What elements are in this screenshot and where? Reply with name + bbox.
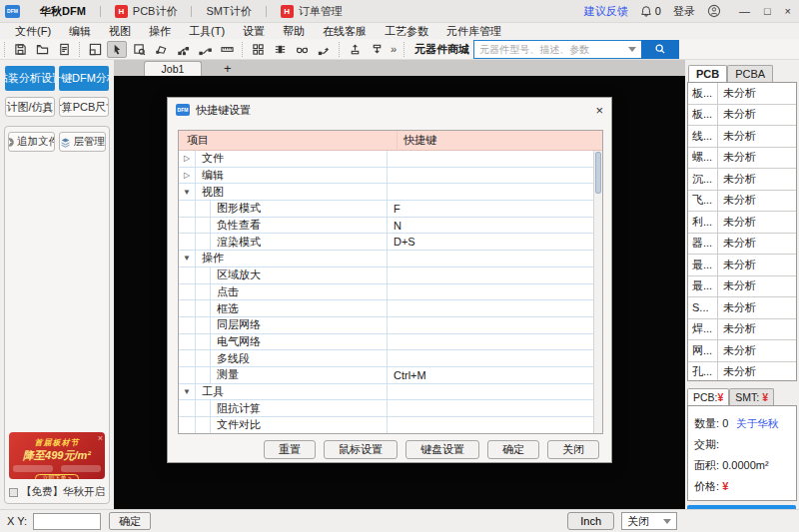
- minimize-button[interactable]: —: [739, 5, 750, 17]
- mouse-settings-button[interactable]: 鼠标设置: [324, 440, 398, 459]
- table-row[interactable]: 飞...未分析: [688, 191, 796, 213]
- table-row[interactable]: 最...未分析: [688, 276, 796, 298]
- pan-tool-icon[interactable]: [314, 41, 334, 58]
- feedback-link[interactable]: 建议反馈: [584, 4, 628, 19]
- table-row[interactable]: 测量Ctrl+M: [179, 367, 593, 384]
- table-row[interactable]: ▷文件: [179, 151, 593, 168]
- table-row[interactable]: 渲染模式D+S: [179, 234, 593, 251]
- confirm-button[interactable]: 确定: [487, 440, 539, 459]
- menu-settings[interactable]: 设置: [234, 24, 274, 39]
- view-mode-select[interactable]: 关闭: [621, 512, 677, 530]
- table-row[interactable]: 框选: [179, 300, 593, 317]
- table-row[interactable]: ▼工具: [179, 384, 593, 401]
- dialog-scrollbar[interactable]: [593, 151, 602, 433]
- append-file-button[interactable]: 追加文件: [8, 132, 55, 152]
- new-tab-button[interactable]: +: [224, 62, 232, 76]
- keyboard-settings-button[interactable]: 键盘设置: [405, 440, 479, 459]
- array-view-icon[interactable]: [248, 41, 268, 58]
- promo-banner[interactable]: × 首届板材节 降至499元/m² 立即下单 >: [9, 432, 105, 479]
- calc-pcb-size-button[interactable]: 计算PCB尺寸: [59, 97, 109, 117]
- search-dropdown-caret-icon[interactable]: [628, 47, 636, 52]
- table-row[interactable]: S...未分析: [688, 297, 796, 319]
- one-key-dfm-button[interactable]: 一键DFM分析: [59, 66, 109, 91]
- tab-huaqiu-dfm[interactable]: 华秋DFM: [26, 0, 100, 22]
- assembly-analysis-settings-button[interactable]: 贴装分析设置: [5, 66, 55, 91]
- stamp-top-icon[interactable]: [345, 41, 365, 58]
- tab-smt-pricing[interactable]: SMT计价: [192, 0, 265, 22]
- dialog-close-icon[interactable]: ×: [595, 103, 603, 118]
- select-cursor-icon[interactable]: [107, 41, 127, 58]
- promo-close-icon[interactable]: ×: [98, 433, 103, 443]
- table-row[interactable]: 利...未分析: [688, 212, 796, 234]
- expander-icon[interactable]: ▷: [179, 151, 196, 167]
- design-simulation-button[interactable]: 设计图/仿真图: [5, 97, 55, 117]
- table-row[interactable]: 图形模式F: [179, 201, 593, 218]
- open-folder-icon[interactable]: [32, 41, 52, 58]
- component-icon[interactable]: [270, 41, 290, 58]
- tab-pcb-price[interactable]: PCB:¥: [687, 388, 729, 405]
- table-row[interactable]: ▼视图: [179, 184, 593, 201]
- menu-tools[interactable]: 工具(T): [180, 24, 234, 39]
- inspect-glasses-icon[interactable]: [292, 41, 312, 58]
- xy-confirm-button[interactable]: 确定: [109, 512, 151, 530]
- table-row[interactable]: 负性查看N: [179, 218, 593, 235]
- search-button[interactable]: [641, 40, 679, 59]
- tab-pcba[interactable]: PCBA: [727, 65, 773, 82]
- route-measure-icon[interactable]: [195, 41, 215, 58]
- table-row[interactable]: 线...未分析: [688, 126, 796, 148]
- close-button[interactable]: ×: [785, 5, 791, 17]
- menu-operate[interactable]: 操作: [140, 24, 180, 39]
- expander-icon[interactable]: ▼: [179, 384, 196, 400]
- table-row[interactable]: 板...未分析: [688, 83, 796, 105]
- avatar-icon[interactable]: [707, 4, 721, 18]
- table-row[interactable]: 区域放大: [179, 267, 593, 284]
- table-row[interactable]: 沉...未分析: [688, 169, 796, 191]
- menu-help[interactable]: 帮助: [274, 24, 314, 39]
- about-huaqiu-link[interactable]: 关于华秋: [736, 413, 778, 434]
- table-row[interactable]: 电气网络: [179, 334, 593, 351]
- menu-view[interactable]: 视图: [100, 24, 140, 39]
- menu-online-service[interactable]: 在线客服: [314, 24, 376, 39]
- table-row[interactable]: 网...未分析: [688, 340, 796, 362]
- maximize-button[interactable]: □: [764, 5, 771, 17]
- table-row[interactable]: 点击: [179, 284, 593, 301]
- tab-pcb-pricing[interactable]: H PCB计价: [101, 0, 192, 22]
- expander-icon[interactable]: ▼: [179, 251, 196, 266]
- promo-note[interactable]: 【免费】华秋开启...: [9, 485, 105, 499]
- promo-order-button[interactable]: 立即下单 >: [35, 474, 79, 479]
- tab-order-management[interactable]: H 订单管理: [267, 0, 357, 22]
- table-row[interactable]: 螺...未分析: [688, 148, 796, 170]
- menu-edit[interactable]: 编辑: [60, 24, 100, 39]
- close-dialog-button[interactable]: 关闭: [547, 440, 599, 459]
- menu-process-params[interactable]: 工艺参数: [376, 24, 437, 39]
- table-row[interactable]: 板...未分析: [688, 105, 796, 127]
- expander-icon[interactable]: ▼: [179, 184, 196, 200]
- net-select-icon[interactable]: [173, 41, 193, 58]
- document-tab-job1[interactable]: Job1: [144, 61, 202, 76]
- expander-icon[interactable]: ▷: [179, 168, 196, 184]
- save-icon[interactable]: [10, 41, 30, 58]
- fit-view-icon[interactable]: [85, 41, 105, 58]
- unit-toggle-button[interactable]: Inch: [567, 512, 614, 530]
- table-row[interactable]: 孔...未分析: [688, 362, 796, 382]
- scrollbar-thumb[interactable]: [595, 152, 601, 194]
- search-input[interactable]: [473, 40, 641, 59]
- polygon-select-icon[interactable]: [151, 41, 171, 58]
- export-pdf-icon[interactable]: [54, 41, 74, 58]
- stamp-bottom-icon[interactable]: [367, 41, 387, 58]
- table-row[interactable]: 最...未分析: [688, 255, 796, 276]
- layer-manager-button[interactable]: 层管理: [59, 132, 106, 152]
- table-row[interactable]: ▷编辑: [179, 168, 593, 185]
- table-row[interactable]: 同层网络: [179, 317, 593, 334]
- tab-pcb[interactable]: PCB: [688, 65, 727, 82]
- table-row[interactable]: 器...未分析: [688, 234, 796, 256]
- table-row[interactable]: 多线段: [179, 350, 593, 367]
- menu-file[interactable]: 文件(F): [6, 24, 60, 39]
- table-row[interactable]: 文件对比: [179, 417, 593, 433]
- menu-component-library[interactable]: 元件库管理: [437, 24, 510, 39]
- ruler-icon[interactable]: [217, 41, 237, 58]
- toolbar-more-button[interactable]: »: [391, 43, 397, 55]
- dialog-title-bar[interactable]: DFM 快捷键设置 ×: [168, 98, 611, 122]
- tab-smt-price[interactable]: SMT: ¥: [729, 388, 774, 405]
- table-row[interactable]: ▼操作: [179, 251, 593, 267]
